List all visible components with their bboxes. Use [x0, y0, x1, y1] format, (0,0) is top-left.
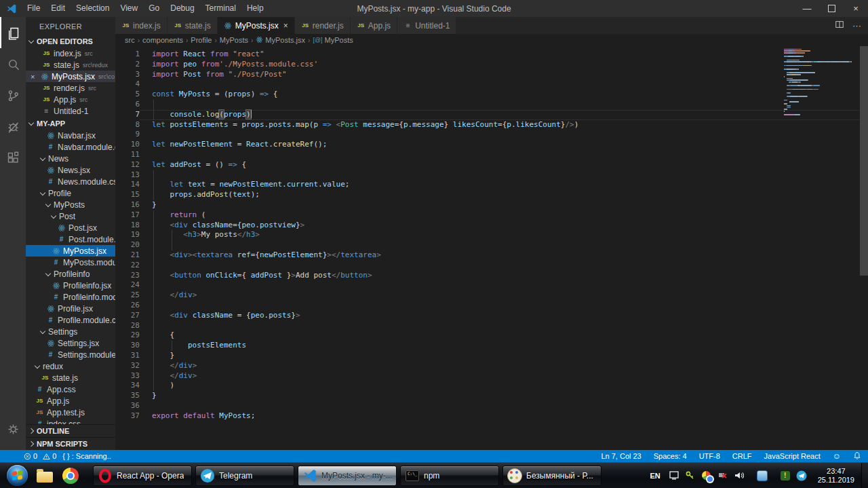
key-tray-icon[interactable] — [685, 470, 696, 481]
tree-file-app-css[interactable]: #App.css — [26, 383, 115, 395]
menu-file[interactable]: File — [22, 0, 45, 17]
code-line-9[interactable]: 9 — [115, 130, 868, 140]
code-line-30[interactable]: 30 postsElements — [115, 341, 868, 351]
code-line-15[interactable]: 15 props.addPost(text); — [115, 190, 868, 200]
tab-render-js[interactable]: JSrender.js — [295, 17, 351, 34]
tab-app-js[interactable]: JSApp.js — [351, 17, 397, 34]
tree-folder-post[interactable]: Post — [26, 210, 115, 222]
remove-device-tray-icon[interactable] — [717, 470, 728, 481]
status-item-utf-8[interactable]: UTF-8 — [699, 452, 720, 460]
breadcrumb-item-myposts[interactable]: [@]MyPosts — [313, 36, 353, 44]
code-line-5[interactable]: 5const MyPosts = (props) => { — [115, 90, 868, 100]
tab-index-js[interactable]: JSindex.js — [115, 17, 167, 34]
code-line-21[interactable]: 21 <div><textarea ref={newPostElement}><… — [115, 250, 868, 261]
file-explorer-icon[interactable] — [35, 466, 54, 485]
code-line-8[interactable]: 8let postsElements = props.posts.map(p =… — [115, 120, 868, 130]
tree-file-post-jsx[interactable]: Post.jsx — [26, 222, 115, 233]
tab-state-js[interactable]: JSstate.js — [167, 17, 218, 34]
close-icon[interactable]: × — [283, 21, 288, 31]
tree-file-post-module-css[interactable]: #Post.module.css — [26, 233, 115, 245]
close-icon[interactable]: × — [31, 73, 40, 81]
code-line-36[interactable]: 36 — [115, 401, 868, 411]
code-line-7[interactable]: 7 console.log(props) — [115, 110, 868, 120]
code-line-31[interactable]: 31 } — [115, 351, 868, 361]
tree-file-settings-jsx[interactable]: Settings.jsx — [26, 337, 115, 349]
taskbar-button-myposts-jsx-my[interactable]: MyPosts.jsx - my-... — [298, 466, 397, 486]
display-tray-icon[interactable] — [669, 470, 679, 481]
open-editor-item-myposts-jsx[interactable]: ×MyPosts.jsxsrc\co... — [26, 71, 115, 82]
code-line-25[interactable]: 25 </div> — [115, 290, 868, 301]
breadcrumb-item-myposts-jsx[interactable]: MyPosts.jsx — [256, 36, 305, 45]
scanning-status[interactable]: { } : Scanning.. — [62, 452, 111, 460]
open-editor-item-index-js[interactable]: JSindex.jssrc — [26, 48, 115, 59]
tree-folder-news[interactable]: News — [26, 153, 115, 164]
tree-file-myposts-jsx[interactable]: MyPosts.jsx — [26, 245, 115, 257]
code-line-26[interactable]: 26 — [115, 301, 868, 311]
explorer-icon[interactable] — [0, 17, 26, 48]
status-item-spaces-4[interactable]: Spaces: 4 — [654, 452, 687, 460]
code-line-37[interactable]: 37export default MyPosts; — [115, 411, 868, 421]
editor-scrollbar[interactable] — [860, 46, 868, 276]
open-editor-item-render-js[interactable]: JSrender.jssrc — [26, 82, 115, 94]
tree-file-navbar-module-css[interactable]: #Navbar.module.css — [26, 141, 115, 153]
menu-view[interactable]: View — [115, 0, 143, 17]
open-editors-header[interactable]: OPEN EDITORS — [26, 35, 115, 48]
code-line-35[interactable]: 35} — [115, 391, 868, 401]
messenger-tray-icon[interactable] — [757, 470, 768, 481]
restore-button[interactable] — [819, 0, 844, 17]
code-line-32[interactable]: 32 </div> — [115, 361, 868, 371]
tree-file-news-module-css[interactable]: #News.module.css — [26, 176, 115, 187]
outline-header[interactable]: OUTLINE — [26, 424, 115, 437]
problems-indicator[interactable]: 0 0 — [24, 452, 56, 460]
taskbar-button-npm[interactable]: C:\_npm — [400, 466, 499, 486]
code-line-28[interactable]: 28 — [115, 321, 868, 331]
notifications-bell-icon[interactable] — [853, 451, 861, 461]
settings-gear-icon[interactable] — [0, 413, 26, 445]
code-line-22[interactable]: 22 — [115, 261, 868, 271]
tree-folder-profileinfo[interactable]: Profileinfo — [26, 268, 115, 280]
breadcrumb-item-src[interactable]: src — [125, 36, 135, 44]
tree-file-settings-module-c[interactable]: #Settings.module.c... — [26, 349, 115, 360]
code-line-24[interactable]: 24 — [115, 280, 868, 290]
code-line-27[interactable]: 27 <div className = {peo.posts}> — [115, 311, 868, 321]
code-line-3[interactable]: 3import Post from "./Post/Post" — [115, 70, 868, 80]
npm-scripts-header[interactable]: NPM SCRIPTS — [26, 437, 115, 450]
extensions-icon[interactable] — [0, 142, 26, 173]
code-line-16[interactable]: 16} — [115, 200, 868, 210]
code-line-6[interactable]: 6 — [115, 100, 868, 110]
taskbar-button-react-app-opera[interactable]: React App - Opera — [93, 466, 192, 486]
code-line-10[interactable]: 10let newPostElement = React.createRef()… — [115, 140, 868, 150]
minimap[interactable] — [784, 48, 859, 115]
debug-icon[interactable] — [0, 111, 26, 142]
tree-file-profileinfo-jsx[interactable]: Profileinfo.jsx — [26, 280, 115, 291]
menu-debug[interactable]: Debug — [165, 0, 199, 17]
tree-file-app-test-js[interactable]: JSApp.test.js — [26, 407, 115, 418]
split-editor-icon[interactable] — [835, 20, 844, 31]
menu-selection[interactable]: Selection — [71, 0, 115, 17]
code-line-17[interactable]: 17 return ( — [115, 210, 868, 221]
tree-file-index-css[interactable]: #index.css — [26, 418, 115, 424]
tree-file-news-jsx[interactable]: News.jsx — [26, 164, 115, 176]
code-line-1[interactable]: 1import React from "react" — [115, 50, 868, 60]
more-actions-icon[interactable]: ··· — [852, 20, 861, 31]
code-line-12[interactable]: 12let addPost = () => { — [115, 160, 868, 170]
tree-folder-settings[interactable]: Settings — [26, 326, 115, 337]
taskbar-button-p[interactable]: Безымянный - P... — [502, 466, 601, 486]
status-item-ln-7-col-23[interactable]: Ln 7, Col 23 — [601, 452, 641, 460]
source-control-icon[interactable] — [0, 79, 26, 111]
project-header[interactable]: MY-APP — [26, 117, 115, 130]
tree-folder-myposts[interactable]: MyPosts — [26, 199, 115, 210]
open-editor-item-state-js[interactable]: JSstate.jssrc\redux — [26, 59, 115, 71]
show-desktop-button[interactable] — [861, 463, 868, 488]
tree-file-navbar-jsx[interactable]: Navbar.jsx — [26, 130, 115, 141]
start-button[interactable] — [7, 465, 28, 486]
status-item-crlf[interactable]: CRLF — [732, 452, 752, 460]
taskbar-clock[interactable]: 23:47 25.11.2019 — [818, 467, 854, 485]
menu-help[interactable]: Help — [241, 0, 269, 17]
telegram-tray-icon[interactable] — [796, 470, 807, 481]
code-line-19[interactable]: 19 <h3>My posts</h3> — [115, 230, 868, 240]
open-editor-item-app-js[interactable]: JSApp.jssrc — [26, 94, 115, 105]
code-line-33[interactable]: 33 </div> — [115, 371, 868, 381]
tree-file-app-js[interactable]: JSApp.js — [26, 395, 115, 407]
chrome-icon[interactable] — [61, 466, 80, 485]
